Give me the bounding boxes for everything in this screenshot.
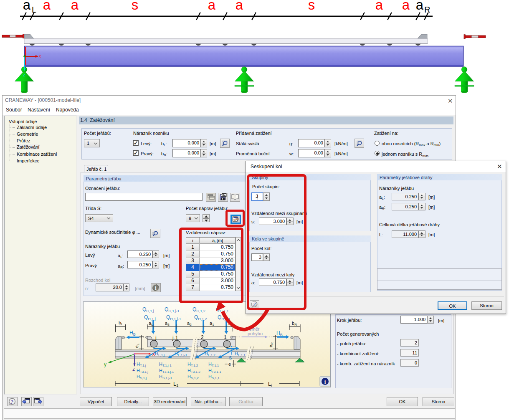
svg-text:z: z: [23, 72, 25, 77]
svg-text:j-1: j-1: [172, 335, 178, 341]
svg-text:R: R: [424, 5, 430, 14]
svg-text:a: a: [416, 0, 424, 13]
svg-text:a: a: [375, 0, 383, 13]
svg-text:?: ?: [11, 399, 14, 405]
svg-text:a: a: [23, 0, 31, 13]
svg-text:y: y: [104, 362, 106, 367]
svg-text:e: e: [228, 362, 231, 367]
svg-text:j: j: [155, 335, 157, 341]
svg-text:s: s: [132, 0, 139, 13]
svg-text:x: x: [152, 351, 155, 357]
svg-text:s: s: [308, 0, 315, 13]
svg-text:x: x: [39, 54, 41, 58]
svg-text:S: S: [229, 355, 232, 360]
svg-text:a: a: [71, 0, 79, 13]
svg-text:a: a: [43, 0, 51, 13]
svg-text:a: a: [236, 0, 243, 13]
svg-text:z: z: [132, 366, 135, 372]
svg-text:a: a: [402, 0, 410, 13]
svg-text:a: a: [208, 0, 216, 13]
svg-text:i: i: [324, 379, 326, 385]
svg-text:L: L: [32, 5, 36, 14]
svg-text:2: 2: [201, 334, 204, 340]
